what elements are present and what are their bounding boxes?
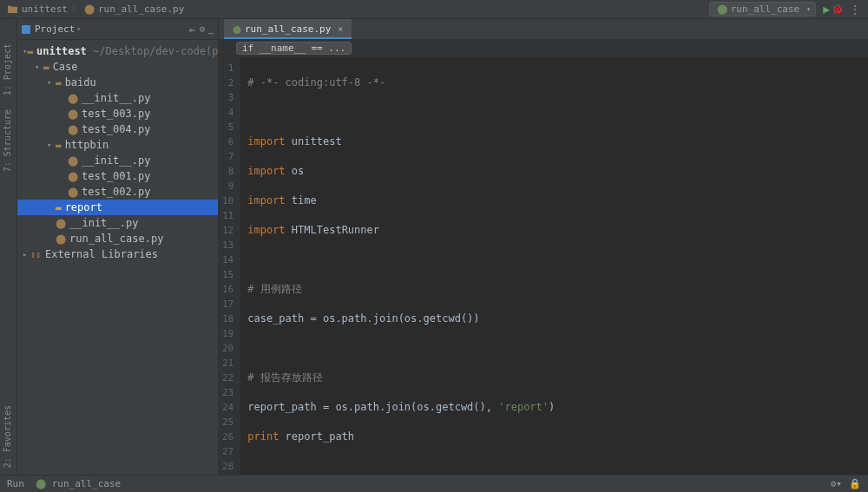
hide-icon[interactable]: ⎯ <box>208 23 214 35</box>
python-icon: ⬤ <box>233 25 241 34</box>
folder-icon: ▬ <box>56 77 62 89</box>
tree-baidu[interactable]: ▾ ▬ baidu <box>17 75 218 90</box>
tab-favorites[interactable]: 2: Favorites <box>0 398 16 475</box>
folder-icon: ▬ <box>27 46 33 57</box>
folder-icon <box>7 4 18 14</box>
tree-file[interactable]: ⬤ test_002.py <box>17 184 218 200</box>
svg-rect-0 <box>22 25 30 34</box>
library-icon: ⫾⫾ <box>31 249 42 260</box>
code-breadcrumb: if __name__ == ... <box>219 40 868 57</box>
python-icon: ⬤ <box>68 171 78 182</box>
python-icon: ⬤ <box>68 124 78 135</box>
breadcrumb-separator: 〉 <box>71 3 81 16</box>
code-crumb[interactable]: if __name__ == ... <box>236 42 352 55</box>
panel-title[interactable]: Project <box>21 23 75 35</box>
python-icon: ⬤ <box>68 108 78 120</box>
folder-icon: ▬ <box>43 62 49 73</box>
collapse-icon[interactable]: ⇤ <box>189 23 195 36</box>
editor-tab[interactable]: ⬤ run_all_case.py × <box>224 19 352 39</box>
tree-file[interactable]: ⬤ __init__.py <box>17 215 218 231</box>
tree-file[interactable]: ⬤ __init__.py <box>17 153 218 168</box>
python-icon: ⬤ <box>68 187 78 198</box>
project-icon <box>21 24 31 35</box>
run-button[interactable]: ▶ <box>823 3 830 16</box>
left-tool-tabs: 1: Project 7: Structure 2: Favorites <box>0 19 17 475</box>
tree-file[interactable]: ⬤ test_003.py <box>17 106 218 121</box>
lock-icon[interactable]: 🔒 <box>849 478 861 489</box>
tree-file[interactable]: ⬤ test_004.py <box>17 121 218 137</box>
debug-button[interactable]: 🐞 <box>832 3 844 15</box>
tab-project[interactable]: 1: Project <box>0 36 16 102</box>
breadcrumb-file[interactable]: ⬤ run_all_case.py <box>84 3 184 15</box>
python-icon: ⬤ <box>68 93 78 104</box>
tree-file[interactable]: ⬤ run_all_case.py <box>17 231 218 246</box>
python-icon: ⬤ <box>56 218 66 229</box>
python-icon: ⬤ <box>36 478 46 489</box>
gear-icon[interactable]: ⚙ <box>199 23 205 35</box>
project-tree: ▾ ▬ unittest ~/Desktop/dev-code(pa)/lear… <box>17 40 218 475</box>
tree-report[interactable]: ▬ report <box>17 200 218 215</box>
tree-httpbin[interactable]: ▾ ▬ httpbin <box>17 137 218 153</box>
tree-case[interactable]: ▾ ▬ Case <box>17 59 218 75</box>
breadcrumb: unittest 〉 ⬤ run_all_case.py ⬤ run_all_c… <box>0 0 868 19</box>
tree-ext-libs[interactable]: ▸ ⫾⫾ External Libraries <box>17 246 218 262</box>
tree-root[interactable]: ▾ ▬ unittest ~/Desktop/dev-code(pa)/lear <box>17 43 218 59</box>
code-editor[interactable]: # -*- coding:utf-8 -*- import unittest i… <box>240 57 868 475</box>
gear-icon[interactable]: ⚙▾ <box>831 478 842 489</box>
tree-file[interactable]: ⬤ __init__.py <box>17 90 218 106</box>
status-bar: Run ⬤ run_all_case ⚙▾ 🔒 <box>0 475 868 492</box>
run-config-selector[interactable]: ⬤ run_all_case <box>709 2 816 16</box>
close-icon[interactable]: × <box>338 24 343 34</box>
breadcrumb-project[interactable]: unittest <box>7 3 68 15</box>
run-tool-window[interactable]: Run ⬤ run_all_case <box>7 478 121 489</box>
python-icon: ⬤ <box>56 233 66 245</box>
tab-structure[interactable]: 7: Structure <box>0 102 16 179</box>
more-icon[interactable]: ⋮ <box>849 3 861 16</box>
gutter[interactable]: 1234567891011121314151617181920212223242… <box>219 57 240 475</box>
chevron-down-icon[interactable]: ▾ <box>76 25 81 33</box>
run-toolbar: ⬤ run_all_case ▶ 🐞 ⋮ <box>709 2 861 16</box>
editor-tabs: ⬤ run_all_case.py × <box>219 19 868 40</box>
project-panel: Project ▾ ⇤ ⚙ ⎯ ▾ ▬ unittest ~/Desktop/d… <box>17 19 219 475</box>
folder-icon: ▬ <box>56 202 62 213</box>
editor: ⬤ run_all_case.py × if __name__ == ... 1… <box>219 19 868 475</box>
folder-icon: ▬ <box>56 140 62 151</box>
python-icon: ⬤ <box>84 3 95 15</box>
tree-file[interactable]: ⬤ test_001.py <box>17 168 218 184</box>
python-icon: ⬤ <box>68 155 78 167</box>
python-icon: ⬤ <box>717 3 727 15</box>
